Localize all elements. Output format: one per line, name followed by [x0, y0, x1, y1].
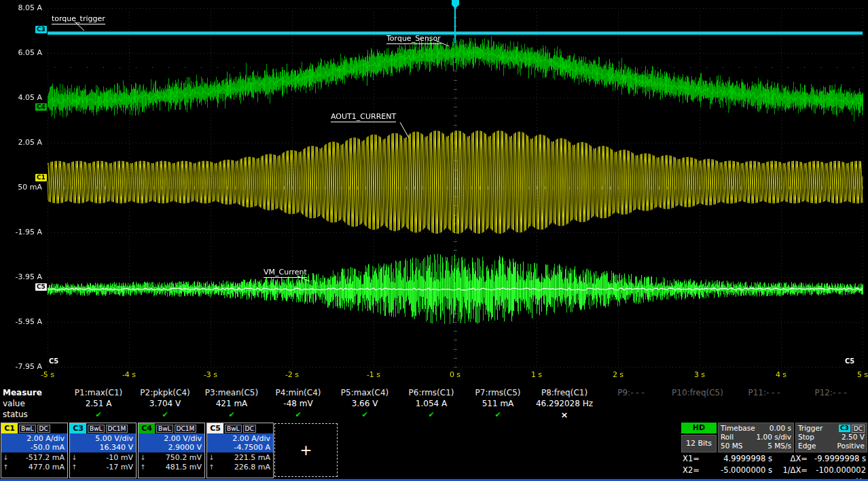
channel-high-readout: ↑226.8 mA [207, 462, 273, 471]
status-row-label: status [3, 410, 65, 419]
y-axis-label: 4.05 A [0, 93, 42, 102]
measure-value-p8: 46.292028 Hz [531, 399, 598, 408]
channel-offset: 16.340 V [71, 443, 133, 452]
measure-status-p3: ✔ [198, 410, 265, 419]
measure-status-p8: × [531, 410, 598, 420]
add-trace-box[interactable]: + [274, 423, 338, 477]
measure-status-p2: ✔ [132, 410, 198, 419]
channel-position-marker-c1[interactable]: C1 [35, 174, 47, 181]
trace-label-vm-current[interactable]: VM_Current [264, 268, 307, 278]
y-axis-label: -5.95 A [0, 317, 42, 326]
measure-header-p8[interactable]: P8:freq(C1) [531, 388, 598, 397]
channel-box-c3[interactable]: C3BwLDC1M5.00 V/div16.340 V↓-10 mV↑-17 m… [69, 423, 137, 478]
x-axis-label: -4 s [109, 370, 149, 379]
up-arrow-icon: ↑ [209, 463, 214, 471]
channel-scale-offset: 2.00 A/div-4.7500 A [207, 433, 273, 452]
timebase-delay: 0.00 s [770, 424, 791, 433]
x1-label: X1= [683, 453, 707, 465]
measure-header-p7[interactable]: P7:rms(C5) [465, 388, 531, 397]
channel-scale-offset: 2.00 A/div-50.0 mA [1, 433, 67, 452]
channel-scale-offset: 2.00 V/div2.9000 V [139, 433, 204, 452]
trigger-source-badge: C3 [839, 425, 850, 432]
measure-header-p4[interactable]: P4:min(C4) [265, 388, 331, 397]
bandwidth-limit-badge: BwL [225, 425, 242, 433]
bandwidth-limit-badge: BwL [88, 425, 105, 433]
trigger-coupling-badge: DC [852, 425, 865, 433]
cursor-readout: X1= 4.9999998 s ΔX= -9.9999998 s X2= -5.… [683, 453, 866, 481]
channel-id-badge[interactable]: C5 [207, 423, 223, 433]
y-axis-label: 2.05 A [0, 138, 42, 147]
channel-scale: 5.00 V/div [71, 434, 133, 443]
measure-status-p4: ✔ [265, 410, 331, 419]
trigger-type: Edge [798, 442, 816, 450]
hd-mode-button[interactable]: HD [681, 423, 717, 433]
trace-label-aout1-current[interactable]: AOUT1_CURRENT [331, 112, 396, 122]
channel-scale: 2.00 A/div [3, 434, 65, 443]
trace-label-torque-sensor[interactable]: Torque_Sensor [386, 34, 441, 44]
measure-header-p1[interactable]: P1:max(C1) [65, 388, 132, 397]
channel-header: C4BwLDC1M [139, 423, 204, 433]
coupling-badge: DC1M [106, 425, 128, 433]
time-per-div: 1.00 s/div [756, 433, 791, 442]
measure-header-p10[interactable]: P10:freq(C5) [664, 388, 731, 397]
measure-status-p1: ✔ [65, 410, 132, 419]
channel-position-marker-c3[interactable]: C3 [35, 26, 47, 33]
x-axis-label: 1 s [516, 370, 557, 379]
channel-position-marker-c4[interactable]: C4 [35, 103, 47, 111]
channel-header: C3BwLDC1M [70, 423, 136, 433]
channel-header: C1BwLDC [1, 423, 67, 433]
x1-value: 4.9999998 s [707, 453, 772, 465]
channel-high-readout: ↑-17 mV [70, 462, 136, 471]
measure-header-p5[interactable]: P5:max(C4) [331, 388, 398, 397]
oscilloscope-screen: 8.05 A6.05 A4.05 A2.05 A50 mA-1.95 A-3.9… [0, 0, 868, 481]
measure-status-p6: ✔ [398, 410, 465, 419]
measure-row-label: Measure [3, 388, 65, 397]
channel-header: C5BwLDC [207, 423, 273, 433]
sample-rate: 5 MS/s [767, 442, 791, 450]
channel-id-badge[interactable]: C1 [1, 423, 18, 433]
dx-label: ΔX= [776, 453, 808, 465]
plus-icon: + [300, 442, 312, 459]
channel-position-marker-c5[interactable]: C5 [35, 283, 47, 291]
bandwidth-limit-badge: BwL [156, 425, 173, 433]
y-axis-label: -3.95 A [0, 272, 42, 281]
trigger-mode: Stop [798, 433, 814, 442]
measure-header-p3[interactable]: P3:mean(C5) [198, 388, 265, 397]
trace-label-torque-trigger[interactable]: torque_trigger [52, 14, 105, 24]
y-axis-label: -1.95 A [0, 228, 42, 236]
measure-header-p9[interactable]: P9:- - - [598, 388, 664, 397]
trigger-level: 2.50 V [842, 433, 865, 442]
acq-mode: Roll [721, 433, 734, 442]
timebase-label: Timebase [721, 424, 755, 433]
measure-header-p2[interactable]: P2:pkpk(C4) [132, 388, 198, 397]
up-arrow-icon: ↑ [3, 463, 8, 471]
timebase-button[interactable]: Timebase 0.00 s Roll 1.00 s/div 50 MS 5 … [718, 423, 794, 452]
y-axis-label: 8.05 A [0, 3, 42, 12]
grid-corner-label-right: C5 [845, 357, 854, 365]
measure-value-p3: 421 mA [198, 399, 265, 408]
x-axis-label: 0 s [435, 370, 475, 379]
channel-box-c5[interactable]: C5BwLDC2.00 A/div-4.7500 A↓221.5 mA↑226.… [206, 423, 274, 478]
channel-high-readout: ↑481.5 mV [139, 462, 204, 471]
channel-offset: 2.9000 V [140, 443, 202, 452]
x-axis-label: 3 s [679, 370, 720, 379]
measure-header-p6[interactable]: P6:rms(C1) [398, 388, 465, 397]
channel-offset: -50.0 mA [3, 443, 65, 452]
down-arrow-icon: ↓ [209, 453, 214, 462]
coupling-badge: DC1M [175, 425, 197, 433]
x-axis-label: -2 s [272, 370, 312, 379]
channel-box-c4[interactable]: C4BwLDC1M2.00 V/div2.9000 V↓750.2 mV↑481… [138, 423, 205, 478]
channel-box-c1[interactable]: C1BwLDC2.00 A/div-50.0 mA↓-517.2 mA↑477.… [1, 423, 68, 478]
trigger-button[interactable]: Trigger C3 DC Stop 2.50 V Edge Positive [795, 423, 867, 452]
measure-header-p11[interactable]: P11:- - - [731, 388, 797, 397]
channel-scale-offset: 5.00 V/div16.340 V [70, 433, 136, 452]
waveform-grid[interactable] [0, 0, 868, 385]
x-axis-label: 4 s [761, 370, 801, 379]
measure-header-p12[interactable]: P12:- - - [797, 388, 864, 397]
channel-id-badge[interactable]: C4 [139, 423, 155, 433]
measure-value-p7: 511 mA [465, 399, 531, 408]
measure-value-p4: -48 mV [265, 399, 331, 408]
x-axis-label: -5 s [27, 370, 68, 379]
channel-id-badge[interactable]: C3 [70, 423, 86, 433]
adc-bits-indicator[interactable]: 12 Bits [681, 435, 717, 452]
